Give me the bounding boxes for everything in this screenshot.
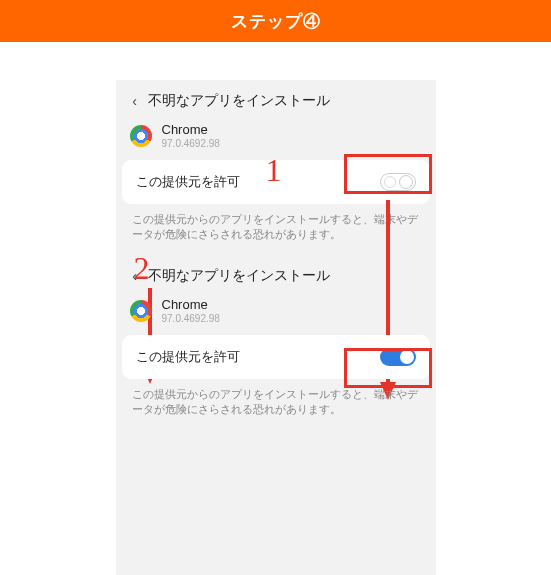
settings-panel-after: ‹ 不明なアプリをインストール Chrome 97.0.4692.98 この提供… xyxy=(116,255,436,430)
app-version: 97.0.4692.98 xyxy=(162,138,220,150)
allow-source-label: この提供元を許可 xyxy=(136,173,240,191)
screen-title: 不明なアプリをインストール xyxy=(148,92,330,110)
app-version: 97.0.4692.98 xyxy=(162,313,220,325)
step-header: ステップ④ xyxy=(0,0,551,42)
chrome-icon xyxy=(130,125,152,147)
screen-title-row: ‹ 不明なアプリをインストール xyxy=(116,265,436,293)
screen-title: 不明なアプリをインストール xyxy=(148,267,330,285)
screen-title-row: ‹ 不明なアプリをインストール xyxy=(116,90,436,118)
app-name: Chrome xyxy=(162,122,220,138)
app-row: Chrome 97.0.4692.98 xyxy=(116,293,436,335)
allow-source-label: この提供元を許可 xyxy=(136,348,240,366)
annotation-number-1: 1 xyxy=(266,152,282,189)
app-meta: Chrome 97.0.4692.98 xyxy=(162,122,220,150)
back-chevron-icon[interactable]: ‹ xyxy=(128,93,142,109)
app-name: Chrome xyxy=(162,297,220,313)
warning-text: この提供元からのアプリをインストールすると、端末やデータが危険にさらされる恐れが… xyxy=(116,204,436,244)
content-area: ‹ 不明なアプリをインストール Chrome 97.0.4692.98 この提供… xyxy=(0,42,551,575)
app-meta: Chrome 97.0.4692.98 xyxy=(162,297,220,325)
step-title: ステップ④ xyxy=(231,10,321,33)
highlight-box-1 xyxy=(344,154,432,194)
chrome-icon xyxy=(130,300,152,322)
phone-column: ‹ 不明なアプリをインストール Chrome 97.0.4692.98 この提供… xyxy=(116,80,436,575)
back-chevron-icon[interactable]: ‹ xyxy=(128,268,142,284)
highlight-box-2 xyxy=(344,348,432,388)
